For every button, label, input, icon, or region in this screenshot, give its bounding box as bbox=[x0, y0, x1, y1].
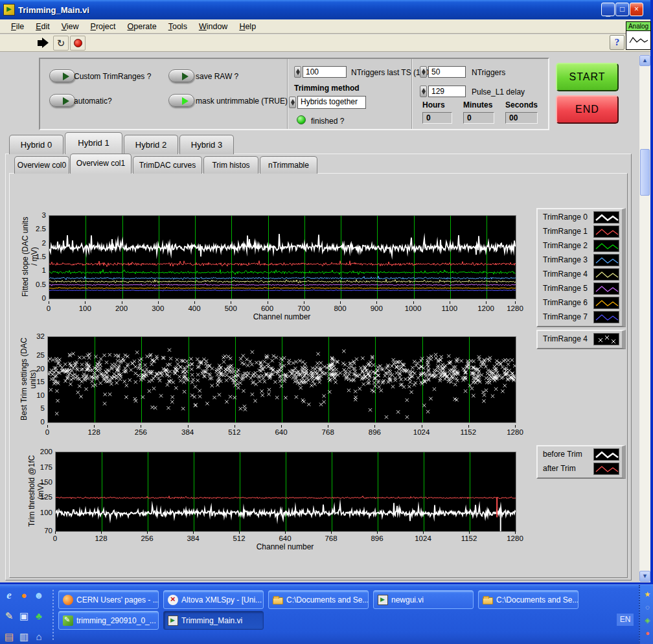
tab-overview-col1[interactable]: Overview col1 bbox=[70, 154, 132, 174]
run-button[interactable] bbox=[36, 36, 51, 51]
menu-tools[interactable]: Tools bbox=[163, 21, 193, 32]
x-tick-mark bbox=[304, 301, 304, 304]
x-tick-label: 900 bbox=[371, 305, 383, 312]
menu-window[interactable]: Window bbox=[193, 21, 233, 32]
analog-indicator: Analog bbox=[626, 21, 651, 50]
minimize-button[interactable]: _ bbox=[601, 3, 615, 16]
legend-label: TrimRange 2 bbox=[543, 241, 588, 250]
menu-project[interactable]: Project bbox=[85, 21, 122, 32]
legend-item-trimrange-5[interactable]: TrimRange 5 bbox=[538, 282, 622, 296]
tab-trim-histos[interactable]: Trim histos bbox=[203, 156, 258, 174]
tray-icon[interactable]: ● bbox=[643, 629, 652, 638]
vertical-scrollbar[interactable]: ▲ ▼ bbox=[639, 55, 650, 582]
taskbar-button-cern-users-pages[interactable]: CERN Users' pages - ... bbox=[58, 590, 159, 609]
tray-icon[interactable]: ★ bbox=[643, 590, 652, 599]
toolbar: ↻ bbox=[0, 34, 650, 52]
taskbar-button-label: Trimming_Main.vi bbox=[181, 616, 242, 625]
legend-item-trimrange-7[interactable]: TrimRange 7 bbox=[538, 310, 622, 325]
pulse-l1-delay-field[interactable]: 129 bbox=[428, 86, 466, 97]
ntriggers-field[interactable]: 50 bbox=[428, 66, 466, 78]
scroll-up-button[interactable]: ▲ bbox=[639, 55, 650, 66]
x-tick-mark bbox=[281, 425, 282, 428]
x-tick-mark bbox=[515, 531, 516, 534]
maximize-button[interactable]: □ bbox=[615, 3, 629, 16]
legend-plot-icon bbox=[593, 297, 619, 309]
hardware-icon[interactable]: ▤ bbox=[3, 630, 16, 643]
toggle-save-raw[interactable] bbox=[168, 69, 194, 82]
legend-item-trimrange-4[interactable]: TrimRange 4 bbox=[538, 268, 622, 282]
taskbar-button-c-documents-and-se[interactable]: C:\Documents and Se... bbox=[478, 590, 579, 609]
taskbar-button-newgui-vi[interactable]: newgui.vi bbox=[373, 590, 474, 609]
trimming-method-spinner[interactable] bbox=[289, 97, 296, 108]
abort-button[interactable] bbox=[70, 36, 86, 51]
notepad-icon[interactable]: ✎ bbox=[3, 610, 16, 623]
x-tick-mark bbox=[468, 425, 469, 428]
tab-hybrid-2[interactable]: Hybrid 2 bbox=[124, 135, 178, 154]
x-tick-mark bbox=[377, 531, 378, 534]
x-tick-mark bbox=[85, 301, 86, 304]
run-continuous-button[interactable]: ↻ bbox=[53, 36, 69, 51]
scroll-down-button[interactable]: ▼ bbox=[639, 571, 650, 582]
context-help-button[interactable]: ? bbox=[610, 35, 624, 50]
x-tick-mark bbox=[285, 531, 286, 534]
toggle-mask-untrimmable-true[interactable] bbox=[168, 94, 194, 107]
legend-item-trimrange-2[interactable]: TrimRange 2 bbox=[538, 239, 622, 253]
ntriggers-last-ts-spinner[interactable] bbox=[294, 66, 301, 78]
menu-help[interactable]: Help bbox=[233, 21, 262, 32]
tab-hybrid-3[interactable]: Hybrid 3 bbox=[179, 135, 234, 154]
taskbar-button-label: C:\Documents and Se... bbox=[286, 595, 369, 604]
x-axis-label: Channel number bbox=[55, 542, 515, 551]
firefox-icon[interactable]: ● bbox=[17, 589, 30, 602]
toggle-automatic[interactable] bbox=[49, 94, 75, 107]
x-tick-label: 300 bbox=[152, 305, 164, 312]
y-tick-label: 0 bbox=[41, 418, 45, 426]
tab-overview-col0[interactable]: Overview col0 bbox=[14, 156, 69, 174]
pulse-l1-delay-spinner[interactable] bbox=[420, 86, 427, 97]
document-icon[interactable]: ▥ bbox=[17, 630, 30, 643]
taskbar-button-trimming-main-vi[interactable]: Trimming_Main.vi bbox=[163, 611, 264, 630]
remote-access-icon[interactable]: ▣ bbox=[17, 610, 30, 623]
close-button[interactable]: × bbox=[630, 3, 643, 16]
menu-file[interactable]: File bbox=[5, 21, 30, 32]
taskbar-button-altova-xmlspy-uni[interactable]: Altova XMLSpy - [Uni... bbox=[163, 590, 264, 609]
tab-hybrid-1[interactable]: Hybrid 1 bbox=[65, 132, 122, 154]
root-explorer-icon[interactable]: ♣ bbox=[32, 610, 45, 623]
ntriggers-last-ts-field[interactable]: 100 bbox=[303, 66, 347, 78]
x-tick-mark bbox=[376, 301, 377, 304]
legend-item-trimrange-0[interactable]: TrimRange 0 bbox=[538, 211, 622, 225]
menu-view[interactable]: View bbox=[56, 21, 85, 32]
legend-item-before-trim[interactable]: before Trim bbox=[538, 448, 622, 462]
taskbar-button-trimming-290910-0[interactable]: trimming_290910_0_... bbox=[58, 611, 159, 630]
titlebar[interactable]: Trimming_Main.vi _ □ × bbox=[0, 0, 650, 19]
menu-edit[interactable]: Edit bbox=[30, 21, 56, 32]
analog-label: Analog bbox=[626, 22, 650, 31]
tray-icon[interactable]: ◌ bbox=[643, 603, 652, 612]
hours-indicator: 0 bbox=[422, 112, 452, 124]
legend-item-trimrange-3[interactable]: TrimRange 3 bbox=[538, 253, 622, 268]
tab-trimdac-curves[interactable]: TrimDAC curves bbox=[133, 156, 202, 174]
trimming-method-ring[interactable]: Hybrids together bbox=[297, 96, 366, 109]
menu-operate[interactable]: Operate bbox=[122, 21, 163, 32]
toggle-custom-trimranges[interactable] bbox=[49, 69, 75, 82]
tab-ntrimmable[interactable]: nTrimmable bbox=[260, 156, 317, 174]
language-indicator[interactable]: EN bbox=[617, 614, 634, 626]
start-button[interactable]: START bbox=[556, 63, 619, 91]
tray-icon[interactable]: ◈ bbox=[643, 616, 652, 625]
terminal-icon[interactable]: ⌂ bbox=[32, 630, 45, 643]
legend-label: TrimRange 4 bbox=[543, 334, 588, 343]
legend-item-trimrange-1[interactable]: TrimRange 1 bbox=[538, 225, 622, 239]
scroll-thumb[interactable] bbox=[640, 149, 650, 196]
internet-explorer-icon[interactable]: e bbox=[3, 589, 16, 602]
taskbar-button-c-documents-and-se[interactable]: C:\Documents and Se... bbox=[268, 590, 369, 609]
legend-item-trimrange-6[interactable]: TrimRange 6 bbox=[538, 296, 622, 310]
legend-label: TrimRange 7 bbox=[543, 312, 588, 321]
legend-item-trimrange-4[interactable]: TrimRange 4 bbox=[538, 332, 622, 347]
ntriggers-spinner[interactable] bbox=[420, 66, 427, 78]
legend-item-after-trim[interactable]: after Trim bbox=[538, 462, 622, 476]
x-tick-mark bbox=[469, 531, 470, 534]
x-tick-mark bbox=[239, 531, 240, 534]
tab-hybrid-0[interactable]: Hybrid 0 bbox=[9, 135, 63, 154]
fitted-slope-plot bbox=[49, 215, 516, 299]
messenger-icon[interactable]: ☻ bbox=[32, 589, 45, 602]
end-button[interactable]: END bbox=[556, 95, 619, 124]
